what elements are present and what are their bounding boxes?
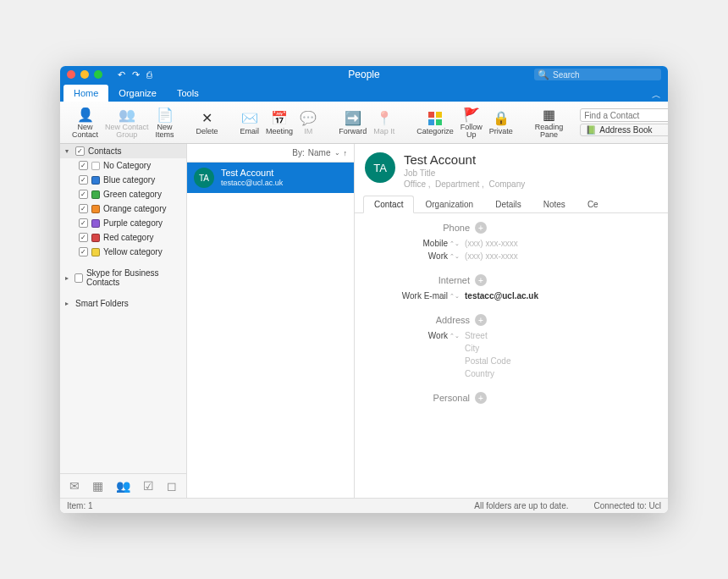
main-body: ▾ Contacts No Category Blue category Gre… (60, 144, 668, 498)
caret-icon: ⌃⌄ (449, 293, 460, 300)
sidebar-category-item[interactable]: No Category (60, 158, 186, 173)
category-swatch (91, 162, 100, 170)
tab-organize[interactable]: Organize (108, 85, 167, 102)
skype-checkbox[interactable] (74, 273, 83, 283)
sidebar-category-item[interactable]: Purple category (60, 216, 186, 230)
job-title-placeholder[interactable]: Job Title (404, 168, 525, 178)
im-button[interactable]: 💬 IM (296, 108, 320, 137)
sidebar-category-item[interactable]: Green category (60, 187, 186, 201)
field-value[interactable]: testacc@ucl.ac.uk (465, 291, 538, 301)
collapse-ribbon-icon[interactable]: ︿ (652, 89, 661, 102)
detail-tab-contact[interactable]: Contact (363, 196, 414, 213)
company-placeholder[interactable]: Company (488, 179, 525, 189)
field-label[interactable]: Work⌃⌄ (367, 331, 460, 340)
sidebar-category-item[interactable]: Blue category (60, 173, 186, 187)
status-sync: All folders are up to date. (474, 501, 568, 510)
field-row: Postal Code (367, 355, 656, 367)
contact-list-item[interactable]: TA Test Account testacc@ucl.ac.uk (187, 163, 354, 193)
private-button[interactable]: 🔒 Private (486, 108, 516, 137)
reading-pane-button[interactable]: ▦ Reading Pane (532, 104, 567, 141)
new-contact-group-button[interactable]: 👥 New Contact Group (102, 104, 152, 141)
field-row: Work⌃⌄ (xxx) xxx-xxxx (367, 250, 656, 262)
map-it-button[interactable]: 📍 Map It (370, 108, 398, 137)
field-label[interactable]: Mobile⌃⌄ (367, 239, 460, 248)
add-personal-button[interactable]: + (475, 392, 487, 404)
add-phone-button[interactable]: + (475, 222, 487, 234)
category-checkbox[interactable] (79, 218, 88, 228)
minimize-window-button[interactable] (80, 70, 89, 79)
sort-asc-icon[interactable]: ↑ (344, 149, 348, 157)
sidebar-smart-folders[interactable]: ▸ Smart Folders (60, 296, 186, 311)
sidebar-skype-header[interactable]: ▸ Skype for Business Contacts (60, 266, 186, 290)
follow-up-button[interactable]: 🚩 Follow Up (457, 104, 486, 141)
field-value[interactable]: Country (465, 369, 494, 378)
detail-tab-details[interactable]: Details (484, 196, 532, 212)
add-address-button[interactable]: + (475, 314, 487, 326)
categorize-button[interactable]: Categorize (413, 108, 457, 137)
sidebar-category-item[interactable]: Orange category (60, 201, 186, 216)
print-icon[interactable]: ⎙ (146, 69, 152, 80)
detail-tab-notes[interactable]: Notes (532, 196, 576, 212)
redo-icon[interactable]: ↷ (132, 69, 140, 80)
tasks-view-icon[interactable]: ☑ (143, 479, 154, 493)
section-title: Address (436, 315, 470, 325)
contacts-checkbox[interactable] (75, 146, 85, 156)
category-checkbox[interactable] (79, 190, 88, 199)
forward-button[interactable]: ➡️ Forward (335, 108, 370, 137)
meeting-button[interactable]: 📅 Meeting (262, 108, 296, 137)
department-placeholder[interactable]: Department (435, 179, 479, 189)
field-label[interactable]: Work E-mail⌃⌄ (367, 291, 460, 301)
field-value[interactable]: Postal Code (465, 356, 510, 366)
delete-button[interactable]: ✕ Delete (193, 108, 222, 137)
tab-home[interactable]: Home (63, 85, 108, 102)
status-item-label: Item: (67, 501, 85, 510)
category-checkbox[interactable] (79, 247, 88, 256)
detail-tab-organization[interactable]: Organization (414, 196, 484, 212)
email-icon: ✉️ (241, 110, 258, 127)
contact-name: Test Account (221, 168, 283, 179)
list-sort-header[interactable]: By: Name ⌄ ↑ (187, 144, 354, 163)
detail-tab-certificates[interactable]: Ce (576, 196, 609, 212)
field-label[interactable]: Work⌃⌄ (367, 251, 460, 261)
field-value[interactable]: (xxx) xxx-xxxx (465, 239, 518, 248)
notes-view-icon[interactable]: ◻ (167, 479, 177, 493)
zoom-window-button[interactable] (94, 70, 102, 79)
office-placeholder[interactable]: Office (404, 179, 426, 189)
category-label: Orange category (103, 204, 167, 213)
people-view-icon[interactable]: 👥 (116, 479, 130, 493)
caret-down-icon: ⌄ (334, 149, 340, 157)
sidebar-category-item[interactable]: Red category (60, 230, 186, 245)
delete-icon: ✕ (201, 110, 212, 127)
sort-by-label: By: (292, 148, 304, 157)
calendar-view-icon[interactable]: ▦ (92, 479, 103, 493)
category-checkbox[interactable] (79, 233, 88, 242)
category-checkbox[interactable] (79, 175, 88, 185)
find-contact-input[interactable] (580, 108, 668, 122)
close-window-button[interactable] (67, 70, 75, 79)
new-items-button[interactable]: 📄 New Items (152, 104, 178, 141)
contact-name: Test Account (404, 152, 525, 167)
add-internet-button[interactable]: + (475, 274, 487, 286)
category-checkbox[interactable] (79, 204, 88, 213)
sidebar-contacts-header[interactable]: ▾ Contacts (60, 144, 186, 158)
sidebar-category-item[interactable]: Yellow category (60, 245, 186, 259)
field-value[interactable]: City (465, 344, 479, 353)
section-title: Personal (433, 393, 470, 403)
category-checkbox[interactable] (79, 161, 88, 170)
sidebar-contacts-label: Contacts (88, 146, 121, 156)
category-label: Purple category (103, 218, 163, 228)
search-box[interactable]: 🔍 (534, 69, 661, 80)
new-contact-button[interactable]: 👤 New Contact (69, 104, 102, 141)
field-value[interactable]: Street (465, 331, 488, 340)
mail-view-icon[interactable]: ✉ (69, 479, 80, 493)
search-input[interactable] (553, 70, 658, 80)
section-phone: Phone+Mobile⌃⌄ (xxx) xxx-xxxxWork⌃⌄ (xxx… (367, 222, 656, 262)
svg-rect-0 (428, 112, 434, 118)
caret-icon: ⌃⌄ (449, 240, 460, 247)
tab-tools[interactable]: Tools (167, 85, 209, 102)
field-value[interactable]: (xxx) xxx-xxxx (465, 251, 518, 261)
contact-list: By: Name ⌄ ↑ TA Test Account testacc@ucl… (187, 144, 355, 498)
undo-icon[interactable]: ↶ (118, 69, 125, 80)
address-book-button[interactable]: 📗 Address Book (580, 124, 668, 136)
email-button[interactable]: ✉️ Email (237, 108, 263, 137)
